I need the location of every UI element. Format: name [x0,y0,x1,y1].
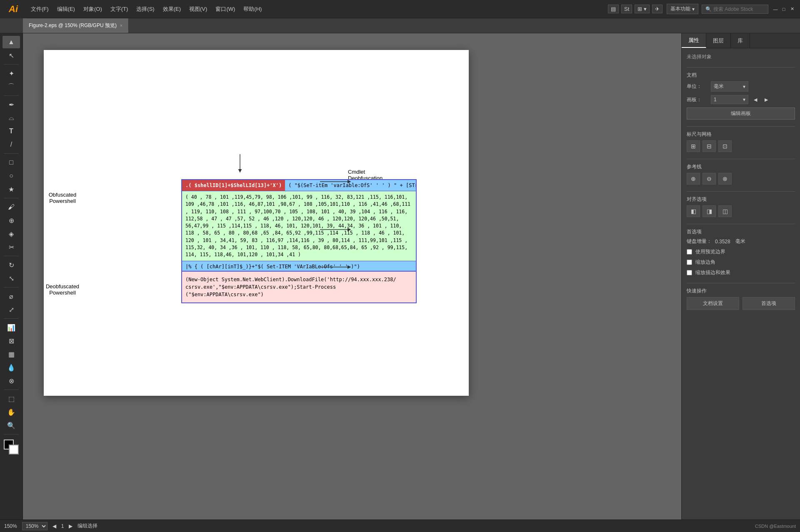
align-btn-3[interactable]: ◫ [718,205,732,217]
preview-border-checkbox[interactable] [687,249,692,255]
tool-gradient[interactable]: ▦ [2,348,20,360]
tool-direct-select[interactable]: ↖ [2,49,20,62]
edit-artboard-button[interactable]: 编辑画板 [687,107,795,120]
zoom-select[interactable]: 150%100%200% [22,522,48,530]
toolbar-icon-3[interactable]: ⊞ ▾ [635,5,650,13]
search-input[interactable] [713,6,763,12]
artboard-next[interactable]: ▶ [762,96,770,103]
top-bar: Ai 文件(F) 编辑(E) 对象(O) 文字(T) 选择(S) 效果(E) 视… [0,0,800,18]
tool-rotate[interactable]: ↻ [2,259,20,271]
stroke-color[interactable] [9,445,19,455]
tool-graph[interactable]: 📊 [2,321,20,334]
divider-6 [687,283,795,283]
tool-artboard[interactable]: ⬚ [2,392,20,405]
unit-select[interactable]: 毫米▾ [711,81,748,92]
tool-scale[interactable]: ⤡ [2,272,20,285]
window-controls: — □ ✕ [772,5,796,13]
file-tab[interactable]: Figure-2.eps @ 150% (RGB/GPU 预览) × [23,18,129,33]
search-box[interactable]: 🔍 [702,5,768,14]
tool-text[interactable]: T [2,125,20,137]
tool-rect[interactable]: □ [2,156,20,169]
guide-btn-2[interactable]: ⊖ [702,173,716,185]
rulers-section: 标尺与网格 ⊞ ⊟ ⊡ [687,131,795,152]
tool-zoom[interactable]: 🔍 [2,419,20,432]
tool-eyedropper[interactable]: 💧 [2,361,20,374]
rulers-heading: 标尺与网格 [687,131,795,138]
menu-effect[interactable]: 效果(E) [159,0,185,18]
doc-settings-button[interactable]: 文档设置 [687,297,739,310]
tool-star[interactable]: ★ [2,183,20,195]
ruler-btn-3[interactable]: ⊡ [718,140,732,152]
menu-edit[interactable]: 编辑(E) [53,0,79,18]
scale-corners-label: 缩放边角 [695,259,715,266]
minimize-button[interactable]: — [772,5,779,13]
artboard: ObfuscatedPowershell DeobfuscatedPowersh… [44,50,469,396]
menu-object[interactable]: 对象(O) [79,0,106,18]
menu-text[interactable]: 文字(T) [106,0,132,18]
toolbar-icon-4[interactable]: ✈ [652,5,662,13]
tool-line[interactable]: / [2,138,20,151]
nav-next[interactable]: ▶ [69,523,72,529]
tool-pen[interactable]: ✒ [2,98,20,111]
maximize-button[interactable]: □ [780,5,788,13]
toolbar-icon-1[interactable]: ▤ [608,5,619,13]
guide-btn-3[interactable]: ⊗ [718,173,732,185]
scale-strokes-row: 缩放描边和效果 [687,269,795,276]
divider-3 [687,159,795,159]
menu-help[interactable]: 帮助(H) [239,0,266,18]
tool-separator-2 [4,95,19,96]
tool-magic-wand[interactable]: ✦ [2,67,20,80]
tool-separator-8 [4,390,19,390]
tab-close-button[interactable]: × [120,23,122,28]
ruler-btn-2[interactable]: ⊟ [702,140,716,152]
tool-blend[interactable]: ⊗ [2,375,20,387]
tool-scissors[interactable]: ✂ [2,241,20,253]
tool-separator-3 [4,153,19,154]
cmd-row: .( $shellID[1]+$ShelLId[13]+'X') ( "$(Se… [182,180,416,191]
tool-brush[interactable]: 🖌 [2,201,20,213]
tool-separator-9 [4,434,19,435]
tab-properties[interactable]: 属性 [682,33,706,48]
tool-select[interactable]: ▲ [2,36,20,48]
keyboard-increment-label: 键盘增量： [687,238,712,245]
tool-ellipse[interactable]: ○ [2,170,20,182]
close-button[interactable]: ✕ [788,5,796,13]
tab-library[interactable]: 库 [731,33,750,48]
artboard-prev[interactable]: ◀ [752,96,759,103]
tool-hand[interactable]: ✋ [2,406,20,418]
tool-eraser[interactable]: ◈ [2,227,20,240]
workspace-selector[interactable]: 基本功能 ▾ [667,4,698,14]
menu-window[interactable]: 窗口(W) [211,0,239,18]
tab-layers[interactable]: 图层 [706,33,731,48]
menu-file[interactable]: 文件(F) [27,0,53,18]
quick-actions: 文档设置 首选项 [687,297,795,310]
menu-view[interactable]: 视图(V) [185,0,211,18]
ruler-btn-1[interactable]: ⊞ [687,140,700,152]
preferences-button[interactable]: 首选项 [742,297,795,310]
tool-separator-4 [4,198,19,198]
align-btn-1[interactable]: ◧ [687,205,700,217]
guide-btn-1[interactable]: ⊕ [687,173,700,185]
keyboard-increment-unit: 毫米 [735,238,745,245]
canvas-area[interactable]: ObfuscatedPowershell DeobfuscatedPowersh… [23,33,681,520]
tab-bar: Figure-2.eps @ 150% (RGB/GPU 预览) × [0,18,800,33]
artboard-nav-num: 1 [61,523,64,529]
scale-strokes-checkbox[interactable] [687,270,692,275]
artboard-select[interactable]: 1▾ [711,95,748,104]
tool-free-transform[interactable]: ⤢ [2,303,20,316]
toolbar-icon-2[interactable]: St [621,5,632,13]
tool-blob-brush[interactable]: ⊕ [2,214,20,227]
color-boxes[interactable] [4,440,19,455]
menu-select[interactable]: 选择(S) [132,0,158,18]
scale-corners-checkbox[interactable] [687,260,692,265]
tool-curvature[interactable]: ⌓ [2,112,20,124]
divider-5 [687,224,795,224]
align-btn-2[interactable]: ◨ [702,205,716,217]
tool-lasso[interactable]: ⌒ [2,80,20,93]
search-icon: 🔍 [705,6,712,12]
nav-prev[interactable]: ◀ [52,523,56,529]
tool-separator-6 [4,287,19,287]
tool-mesh[interactable]: ⊠ [2,335,20,347]
arrow-right-encoding [320,229,353,230]
tool-warp[interactable]: ⌀ [2,290,20,302]
